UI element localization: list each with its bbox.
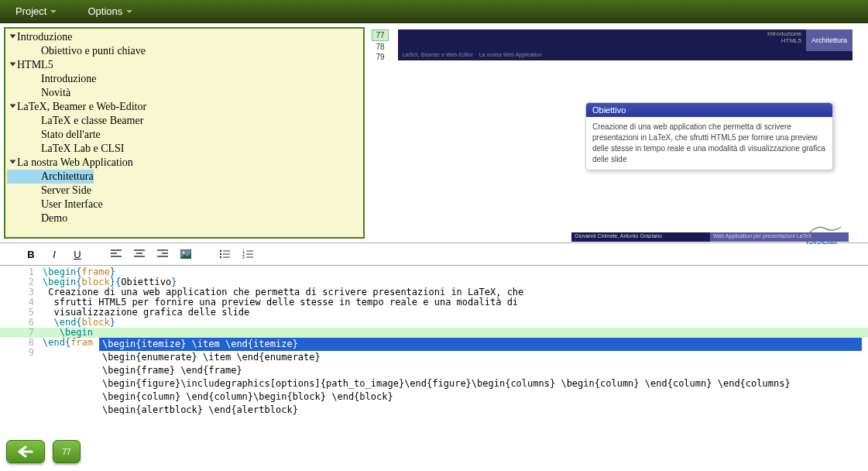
svg-point-4 [220,256,221,258]
menu-project[interactable]: Project [15,5,57,17]
svg-point-1 [183,252,185,254]
autocomplete-item[interactable]: \begin{alertblock} \end{alertblock} [99,404,862,414]
current-page-button[interactable]: 77 [53,440,81,463]
objective-body: Creazione di una web application che per… [586,117,832,170]
menu-options[interactable]: Options [87,5,132,17]
menubar: Project Options [0,0,868,23]
autocomplete-item[interactable]: \begin{figure}\includegraphics[options]{… [99,377,862,390]
slide-header: Introduzione HTML5 Architettura [398,29,853,51]
align-center-button[interactable] [132,246,147,262]
autocomplete-item[interactable]: \begin{itemize} \item \end{itemize} [99,338,862,351]
outline-item[interactable]: Obiettivo e punti chiave [7,44,362,58]
autocomplete-item[interactable]: \begin{enumerate} \item \end{enumerate} [99,351,862,364]
editor-toolbar: B I U 123 [0,242,868,266]
outline-item[interactable]: Stato dell'arte [7,128,362,142]
objective-title: Obiettivo [586,103,832,117]
page-number-current[interactable]: 77 [372,29,389,41]
svg-text:3: 3 [242,255,245,259]
outline-tree: IntroduzioneObiettivo e punti chiaveHTML… [4,27,365,239]
slide-footer: Giovanni Cirimele, Antonio Graziano Web … [571,232,849,242]
page-number[interactable]: 79 [372,52,389,62]
outline-item[interactable]: LaTeX e classe Beamer [7,114,362,128]
svg-point-3 [220,253,221,255]
outline-item[interactable]: Novità [7,86,362,100]
bold-button[interactable]: B [23,246,39,262]
slide-header-breadcrumb: Introduzione HTML5 [398,29,806,51]
back-button[interactable] [6,440,45,463]
line-gutter: 123456789 [0,267,39,358]
outline-item[interactable]: Server Side [7,184,362,198]
page-number[interactable]: 78 [372,42,389,52]
outline-item[interactable]: HTML5 [7,58,362,72]
underline-button[interactable]: U [70,246,85,262]
svg-point-2 [220,250,221,252]
italic-button[interactable]: I [46,246,62,262]
bullet-list-button[interactable] [217,246,232,262]
arrow-left-icon [16,445,35,458]
objective-box: Obiettivo Creazione di una web applicati… [585,102,833,170]
outline-item[interactable]: User Interface [7,198,362,211]
page-number-column: 77 78 79 [369,23,392,242]
align-right-button[interactable] [155,246,170,262]
autocomplete-item[interactable]: \begin{frame} \end{frame} [99,364,862,377]
outline-item[interactable]: LaTeX Lab e CLSI [7,142,362,156]
outline-item[interactable]: Demo [7,211,362,225]
image-button[interactable] [178,246,194,262]
align-left-button[interactable] [108,246,124,262]
bottom-nav: 77 [6,440,81,463]
outline-item[interactable]: Introduzione [7,30,362,44]
outline-item[interactable]: LaTeX, Beamer e Web-Editor [7,100,362,114]
outline-item[interactable]: Introduzione [7,72,362,86]
autocomplete-item[interactable]: \begin{column} \end{column}\begin{block}… [99,390,862,404]
outline-item[interactable]: Architettura [7,170,94,184]
outline-item[interactable]: La nostra Web Application [7,156,362,170]
code-editor[interactable]: 123456789 \begin{frame}\begin{block}{Obi… [0,266,868,414]
autocomplete-popup: \begin{itemize} \item \end{itemize}\begi… [99,338,862,414]
slide-header-tab: Architettura [806,29,853,51]
numbered-list-button[interactable]: 123 [240,246,256,262]
